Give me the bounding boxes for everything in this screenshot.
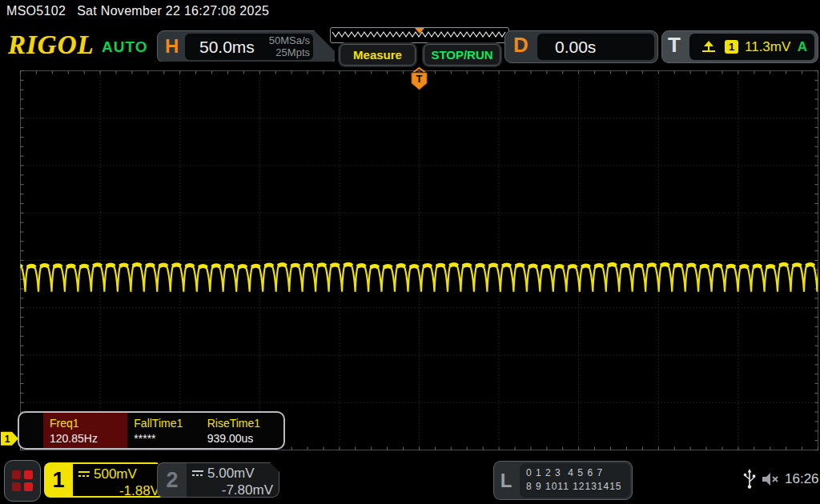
measurement-label: RiseTime1 [207, 417, 283, 430]
measurement-panel[interactable]: Freq1 120.85Hz FallTime1 ***** RiseTime1… [18, 411, 285, 450]
measurement-falltime1[interactable]: FallTime1 ***** [127, 413, 200, 448]
measurement-freq1[interactable]: Freq1 120.85Hz [43, 413, 127, 448]
svg-text:1: 1 [5, 434, 10, 445]
measurement-value: ***** [134, 432, 200, 445]
svg-text:T: T [416, 73, 423, 85]
channel1-ground-marker[interactable]: 1 [1, 432, 18, 446]
measurement-label: Freq1 [50, 417, 127, 430]
measurement-label: FallTime1 [134, 417, 200, 430]
measurement-value: 120.85Hz [50, 432, 127, 445]
measurement-risetime1[interactable]: RiseTime1 939.00us [201, 413, 283, 448]
measurement-value: 939.00us [207, 432, 283, 445]
graticule [21, 71, 818, 450]
